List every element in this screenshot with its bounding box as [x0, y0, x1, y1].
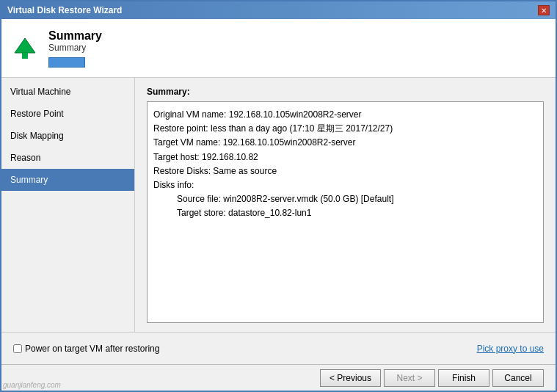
wizard-icon [10, 34, 40, 63]
watermark: guanjianfeng.com [3, 381, 61, 389]
sidebar-item-disk-mapping[interactable]: Disk Mapping [1, 125, 134, 147]
pick-proxy-link[interactable]: Pick proxy to use [477, 344, 544, 354]
summary-line-1: Restore point: less than a day ago (17:1… [153, 122, 537, 136]
cancel-button[interactable]: Cancel [492, 369, 544, 387]
button-bar: < Previous Next > Finish Cancel [1, 364, 556, 391]
sidebar: Virtual Machine Restore Point Disk Mappi… [1, 78, 135, 332]
summary-line-3: Target host: 192.168.10.82 [153, 150, 537, 164]
svg-rect-2 [22, 53, 28, 59]
sidebar-item-reason[interactable]: Reason [1, 147, 134, 169]
summary-line-6: Source file: win2008R2-server.vmdk (50.0… [153, 192, 537, 206]
title-bar: Virtual Disk Restore Wizard ✕ [1, 1, 556, 19]
header-section: Summary Summary [1, 19, 556, 78]
sidebar-item-virtual-machine[interactable]: Virtual Machine [1, 81, 134, 103]
summary-box: Original VM name: 192.168.10.105win2008R… [147, 101, 544, 323]
power-on-checkbox[interactable] [13, 344, 22, 353]
content-label: Summary: [147, 87, 544, 97]
main-content: Virtual Machine Restore Point Disk Mappi… [1, 78, 556, 332]
summary-line-2: Target VM name: 192.168.10.105win2008R2-… [153, 136, 537, 150]
summary-line-5: Disks info: [153, 178, 537, 192]
finish-button[interactable]: Finish [438, 369, 489, 387]
power-on-checkbox-label[interactable]: Power on target VM after restoring [13, 344, 159, 354]
power-on-label: Power on target VM after restoring [25, 344, 159, 354]
previous-button[interactable]: < Previous [320, 369, 381, 387]
summary-line-0: Original VM name: 192.168.10.105win2008R… [153, 108, 537, 122]
content-area: Summary: Original VM name: 192.168.10.10… [135, 78, 556, 332]
window-title: Virtual Disk Restore Wizard [7, 5, 122, 15]
bottom-left: Power on target VM after restoring [13, 344, 159, 354]
sidebar-item-summary[interactable]: Summary [1, 169, 134, 191]
close-button[interactable]: ✕ [538, 5, 550, 15]
wizard-window: Virtual Disk Restore Wizard ✕ Summary Su… [0, 0, 557, 392]
summary-line-4: Restore Disks: Same as source [153, 164, 537, 178]
next-button[interactable]: Next > [384, 369, 435, 387]
progress-bar [48, 57, 85, 68]
sidebar-item-restore-point[interactable]: Restore Point [1, 103, 134, 125]
header-subtitle: Summary [48, 43, 102, 53]
header-title: Summary [48, 29, 102, 43]
summary-line-7: Target store: datastore_10.82-lun1 [153, 206, 537, 220]
bottom-bar: Power on target VM after restoring Pick … [1, 332, 556, 364]
header-text: Summary Summary [48, 29, 102, 68]
